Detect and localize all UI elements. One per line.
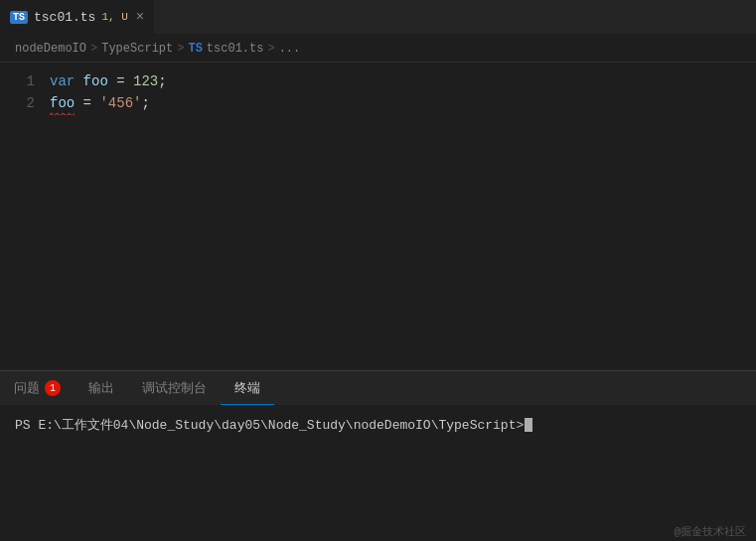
- code-line-2: foo = '456';: [50, 92, 756, 114]
- breadcrumb-part-3-ts: TS: [188, 42, 202, 56]
- panel-tab-terminal[interactable]: 终端: [221, 371, 274, 405]
- panel-tab-problems[interactable]: 问题 1: [0, 371, 75, 405]
- terminal-prompt-text: PS E:\工作文件04\Node_Study\day05\Node_Study…: [15, 416, 524, 434]
- token-456: '456': [99, 92, 141, 114]
- panel-tab-problems-label: 问题: [14, 379, 40, 397]
- breadcrumb-sep-1: >: [90, 42, 97, 56]
- breadcrumb-sep-2: >: [177, 42, 184, 56]
- panel-tab-problems-badge: 1: [45, 380, 61, 396]
- panel-tab-debug-label: 调试控制台: [142, 379, 207, 397]
- line-numbers: 1 2: [0, 70, 45, 362]
- panel-tab-terminal-label: 终端: [234, 379, 260, 397]
- line-number-2: 2: [0, 92, 35, 114]
- tab-close-button[interactable]: ×: [136, 9, 144, 25]
- line-number-1: 1: [0, 70, 35, 92]
- token-var: var: [50, 70, 83, 92]
- panel-tab-output-label: 输出: [88, 379, 114, 397]
- code-area[interactable]: var foo = 123; foo = '456';: [45, 70, 756, 362]
- tab-modified: 1, U: [101, 11, 127, 23]
- tab-filename: tsc01.ts: [34, 10, 95, 25]
- token-eq-2: =: [75, 92, 99, 114]
- panel-tab-debug[interactable]: 调试控制台: [128, 371, 221, 405]
- panel-tabs: 问题 1 输出 调试控制台 终端: [0, 371, 756, 406]
- panel-tab-output[interactable]: 输出: [75, 371, 128, 405]
- terminal-prompt: PS E:\工作文件04\Node_Study\day05\Node_Study…: [15, 416, 741, 434]
- breadcrumb-part-3[interactable]: tsc01.ts: [207, 42, 264, 56]
- token-semi-2: ;: [141, 92, 149, 114]
- token-123: 123: [133, 70, 158, 92]
- token-foo-1: foo: [83, 70, 108, 92]
- terminal-area[interactable]: PS E:\工作文件04\Node_Study\day05\Node_Study…: [0, 406, 756, 541]
- breadcrumb-part-4[interactable]: ...: [279, 42, 301, 56]
- ts-icon: TS: [10, 11, 28, 24]
- breadcrumb-part-1[interactable]: nodeDemoIO: [15, 42, 86, 56]
- tab-bar: TS tsc01.ts 1, U ×: [0, 0, 756, 35]
- terminal-cursor: [525, 418, 532, 432]
- breadcrumb-sep-3: >: [267, 42, 274, 56]
- breadcrumb-part-2[interactable]: TypeScript: [101, 42, 173, 56]
- editor-area: 1 2 var foo = 123; foo = '456';: [0, 63, 756, 370]
- token-foo-2-error: foo: [50, 92, 75, 114]
- footer-watermark: @掘金技术社区: [664, 522, 756, 541]
- editor-tab[interactable]: TS tsc01.ts 1, U ×: [0, 0, 155, 34]
- token-semi-1: ;: [158, 70, 166, 92]
- breadcrumb: nodeDemoIO > TypeScript > TS tsc01.ts > …: [0, 35, 756, 63]
- token-eq-1: =: [108, 70, 133, 92]
- code-line-1: var foo = 123;: [50, 70, 756, 92]
